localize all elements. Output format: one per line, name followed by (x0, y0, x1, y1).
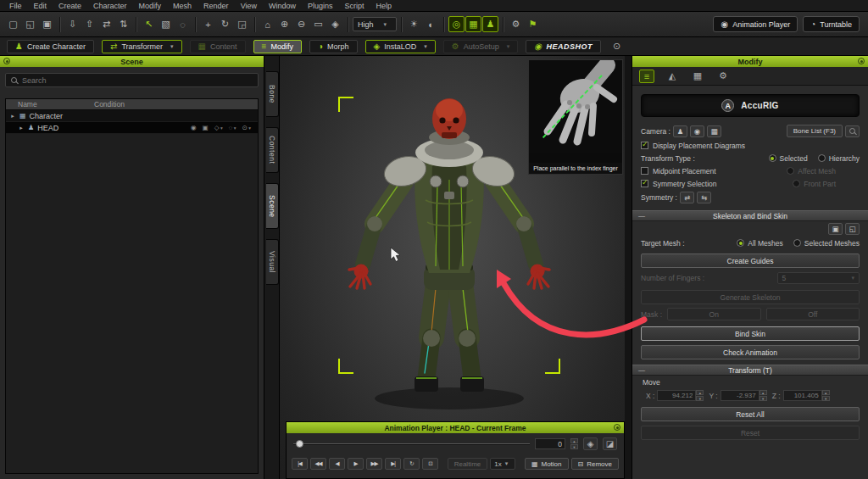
modify-button[interactable]: ≡ Modify (253, 40, 302, 53)
move-tool-icon[interactable]: + (200, 16, 216, 32)
selected-meshes-radio[interactable] (793, 239, 801, 247)
collapse-icon[interactable]: — (638, 366, 645, 374)
expander-icon[interactable]: ▸ (18, 125, 25, 131)
timeline-handle[interactable] (296, 440, 303, 448)
check-animation-button[interactable]: Check Animation (641, 345, 860, 359)
physics-icon[interactable]: ◌ (229, 124, 236, 131)
transform-section-header[interactable]: — Transform (T) (632, 365, 868, 376)
display-placement-checkbox[interactable] (641, 142, 648, 149)
symmetry-selection-checkbox[interactable] (641, 180, 648, 187)
select-tool-icon[interactable]: ↖ (141, 16, 157, 32)
menu-create[interactable]: Create (53, 2, 87, 10)
motion-button[interactable]: ▦ Motion (525, 458, 569, 470)
realtime-button[interactable]: Realtime (448, 458, 488, 470)
grid-snap-icon[interactable]: ▦ (465, 16, 481, 32)
current-frame-input[interactable] (535, 438, 565, 449)
bone-list-button[interactable]: Bone List (F3) (787, 125, 843, 137)
texture-tab-icon[interactable]: ▦ (690, 70, 705, 83)
affect-mesh-radio[interactable] (787, 167, 794, 175)
sidebar-tab-content[interactable]: Content (266, 127, 279, 173)
render-state-icon[interactable]: ▣ (203, 124, 209, 131)
headshot-button[interactable]: ◉ HEADSHOT (526, 40, 601, 53)
zoom-out-icon[interactable]: ⊖ (293, 16, 309, 32)
settings-tab-icon[interactable]: ⚙ (715, 70, 731, 83)
y-stepper[interactable] (760, 390, 767, 401)
flag-icon[interactable]: ⚑ (525, 16, 541, 32)
menu-modify[interactable]: Modify (133, 2, 168, 10)
tree-row-head[interactable]: ▸ ♟ HEAD ◉ ▣ ◇ ◌ ⊙ (6, 122, 258, 134)
render-preview-icon[interactable]: ◈ (583, 437, 598, 450)
sidebar-tab-bone[interactable]: Bone (266, 71, 279, 117)
import-icon[interactable]: ⇩ (64, 16, 81, 32)
generate-skeleton-button[interactable]: Generate Skeleton (641, 290, 860, 304)
step-forward-icon[interactable]: ▶▶ (366, 458, 382, 470)
mask-off-button[interactable]: Off (766, 308, 860, 320)
play-icon[interactable]: ▶ (348, 458, 364, 470)
reset-all-button[interactable]: Reset All (641, 407, 860, 421)
bone-search-button[interactable] (845, 125, 860, 137)
material-icon[interactable]: ◇ (214, 124, 223, 131)
z-stepper[interactable] (822, 390, 830, 401)
animation-player-button[interactable]: ◉ Animation Player (713, 16, 798, 32)
marquee-select-icon[interactable]: ▧ (158, 16, 174, 32)
link-icon[interactable]: ⊙ (609, 38, 625, 54)
move-x-field[interactable] (657, 390, 696, 401)
camera-frame-icon[interactable]: ▦ (707, 125, 721, 137)
save-profile-icon[interactable]: ▣ (828, 223, 843, 235)
create-guides-button[interactable]: Create Guides (641, 253, 860, 268)
timeline-slider[interactable] (293, 438, 530, 450)
open-project-icon[interactable]: ◱ (22, 16, 38, 32)
instalod-button[interactable]: ◈ InstaLOD (365, 40, 436, 53)
mirror-sync-icon[interactable]: ⇆ (697, 192, 711, 203)
sync-icon[interactable]: ⇄ (98, 16, 114, 32)
collapse-icon[interactable]: — (638, 212, 645, 220)
prev-key-icon[interactable]: ◀◀ (310, 458, 326, 470)
pose-mode-icon[interactable]: ◎ (448, 16, 465, 32)
tree-row-character[interactable]: ▸ ▦ Character (6, 110, 258, 122)
move-y-field[interactable] (721, 390, 760, 401)
autosetup-button[interactable]: ⚙ AutoSetup (443, 40, 519, 53)
num-fingers-select[interactable]: 5 (777, 272, 860, 284)
expander-icon[interactable]: ▸ (9, 113, 16, 120)
menu-mesh[interactable]: Mesh (167, 2, 198, 10)
scale-tool-icon[interactable]: ◲ (234, 16, 250, 32)
new-project-icon[interactable]: ▢ (5, 16, 21, 32)
load-profile-icon[interactable]: ◱ (845, 223, 860, 235)
scene-search-box[interactable] (5, 73, 259, 87)
front-part-radio[interactable] (793, 180, 800, 187)
rotate-tool-icon[interactable]: ↻ (217, 16, 233, 32)
contrast-icon[interactable]: ◐ (423, 16, 439, 32)
mask-on-button[interactable]: On (667, 308, 760, 320)
remove-button[interactable]: ⊟ Remove (571, 458, 620, 470)
menu-edit[interactable]: Edit (28, 2, 53, 10)
mirror-x-icon[interactable]: ⇄ (680, 192, 694, 203)
move-z-field[interactable] (783, 390, 822, 401)
midpoint-checkbox[interactable] (641, 167, 648, 175)
zoom-in-icon[interactable]: ⊕ (276, 16, 292, 32)
transform-type-selected-radio[interactable] (769, 154, 776, 162)
search-input[interactable] (22, 76, 253, 85)
panel-menu-icon[interactable] (3, 58, 10, 64)
bind-skin-button[interactable]: Bind Skin (641, 326, 860, 341)
loop-icon[interactable]: ↻ (403, 458, 420, 470)
render-quality-select[interactable]: High (353, 17, 397, 31)
skip-start-icon[interactable]: |◀ (292, 458, 308, 470)
sidebar-tab-visual[interactable]: Visual (266, 239, 279, 285)
viewport-3d[interactable]: Place parallel to the index finger (280, 56, 625, 479)
camera-view-icon[interactable]: ◈ (327, 16, 343, 32)
panel-menu-icon[interactable] (858, 58, 865, 64)
frame-stepper[interactable] (570, 438, 578, 449)
reset-button[interactable]: Reset (641, 426, 860, 440)
step-back-icon[interactable]: ◀ (329, 458, 345, 470)
menu-file[interactable]: File (3, 2, 28, 10)
settings-icon[interactable]: ⊙ (242, 124, 251, 131)
character-mode-icon[interactable]: ♟ (482, 16, 498, 32)
transform-type-hierarchy-radio[interactable] (818, 154, 826, 162)
range-icon[interactable]: ⊡ (422, 458, 438, 470)
character-model[interactable] (349, 98, 549, 392)
camera-focus-icon[interactable]: ◉ (690, 125, 704, 137)
menu-plugins[interactable]: Plugins (302, 2, 339, 10)
save-project-icon[interactable]: ▣ (39, 16, 55, 32)
zoom-region-icon[interactable]: ▭ (310, 16, 326, 32)
menu-help[interactable]: Help (370, 2, 398, 10)
